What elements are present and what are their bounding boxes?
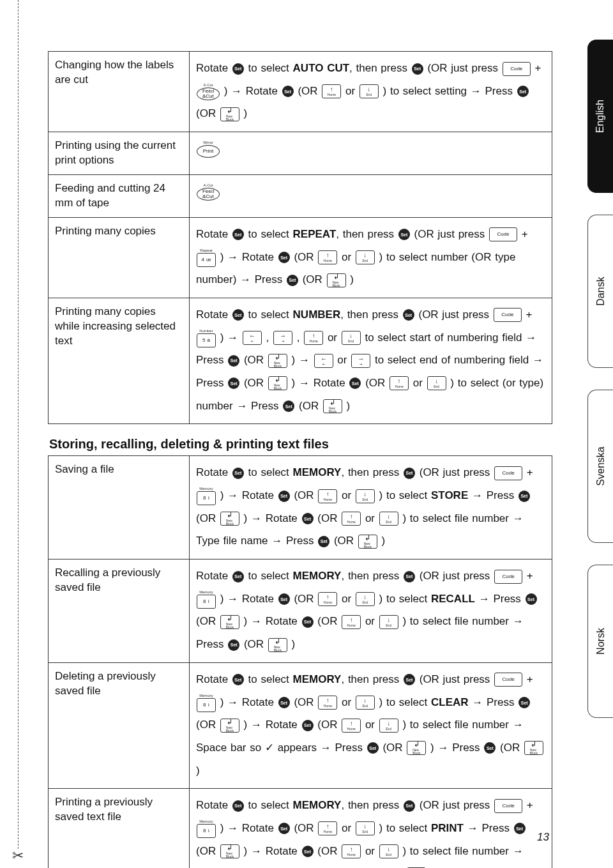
set-key-icon: Set [232, 229, 244, 240]
up-home-key-icon: ↑Home [342, 512, 361, 526]
down-end-key-icon: ↓End [379, 512, 398, 526]
code-key-icon: Code [503, 62, 531, 76]
set-key-icon: Set [302, 616, 314, 628]
set-key-icon: Set [278, 823, 290, 834]
feed-cut-key-icon: A.CutFeed&Cut [197, 83, 220, 100]
row-instructions: Rotate Set to select MEMORY, then press … [190, 560, 552, 663]
set-key-icon: Set [484, 742, 496, 754]
down-end-key-icon: ↓End [356, 250, 375, 264]
down-end-key-icon: ↓End [356, 592, 375, 606]
down-end-key-icon: ↓End [427, 376, 446, 390]
thumb-norsk[interactable]: Norsk [587, 565, 613, 718]
down-end-key-icon: ↓End [379, 844, 398, 858]
row-label: Deleting a previously saved file [49, 662, 190, 788]
print-key-icon: MirrorPrint [197, 141, 220, 158]
row-instructions: Rotate Set to select NUMBER, then press … [190, 298, 552, 423]
set-key-icon: Set [278, 593, 290, 605]
up-home-key-icon: ↑Home [322, 84, 341, 98]
enter-newblock-key-icon: NewBlock [407, 741, 426, 755]
cut-dashed-line [18, 0, 19, 849]
down-end-key-icon: ↓End [359, 84, 379, 98]
operations-table-1: Changing how the labels are cutRotate Se… [48, 51, 552, 424]
set-key-icon: Set [278, 252, 290, 263]
set-key-icon: Set [403, 309, 414, 321]
up-home-key-icon: ↑Home [342, 844, 361, 858]
down-end-key-icon: ↓End [342, 331, 361, 345]
row-instructions: Rotate Set to select MEMORY, then press … [190, 789, 552, 868]
feed-cut-key-icon: A.CutFeed&Cut [197, 183, 220, 201]
row-label: Printing many copies [49, 217, 190, 298]
section-heading-memory: Storing, recalling, deleting & printing … [49, 437, 556, 452]
code-key-icon: Code [494, 799, 522, 813]
num-key-icon: Memory8 ì [197, 819, 216, 838]
set-key-icon: Set [302, 720, 314, 731]
row-label: Saving a file [49, 456, 190, 560]
set-key-icon: Set [278, 491, 290, 502]
enter-newblock-key-icon: NewBlock [220, 844, 239, 858]
set-key-icon: Set [232, 63, 244, 75]
row-label: Printing using the current print options [49, 132, 190, 175]
code-key-icon: Code [494, 673, 522, 687]
set-key-icon: Set [404, 674, 415, 685]
set-key-icon: Set [232, 674, 244, 685]
right-key-icon: →⇥ [273, 331, 292, 345]
row-instructions: Rotate Set to select AUTO CUT, then pres… [190, 52, 552, 132]
enter-newblock-key-icon: NewBlock [220, 719, 239, 733]
up-home-key-icon: ↑Home [390, 376, 409, 390]
row-label: Printing many copies while increasing se… [49, 298, 190, 423]
num-key-icon: Memory8 ì [197, 590, 216, 609]
code-key-icon: Code [494, 308, 522, 322]
down-end-key-icon: ↓End [356, 489, 375, 503]
down-end-key-icon: ↓End [379, 719, 398, 733]
code-key-icon: Code [489, 227, 517, 241]
code-key-icon: Code [494, 466, 522, 480]
set-key-icon: Set [404, 800, 415, 812]
up-home-key-icon: ↑Home [318, 489, 337, 503]
thumb-english[interactable]: English [587, 40, 613, 193]
set-key-icon: Set [517, 86, 529, 97]
enter-newblock-key-icon: NewBlock [220, 512, 239, 526]
set-key-icon: Set [404, 571, 415, 582]
set-key-icon: Set [518, 697, 530, 708]
row-instructions: Rotate Set to select REPEAT, then press … [190, 217, 552, 298]
up-home-key-icon: ↑Home [318, 250, 337, 264]
manual-page: ✂ EnglishDanskSvenskaNorsk Changing how … [0, 0, 613, 868]
enter-newblock-key-icon: NewBlock [268, 376, 287, 390]
right-key-icon: →⇥ [351, 354, 370, 368]
row-instructions: Rotate Set to select MEMORY, then press … [190, 456, 552, 560]
set-key-icon: Set [287, 275, 298, 286]
enter-newblock-key-icon: NewBlock [327, 273, 346, 287]
down-end-key-icon: ↓End [356, 821, 375, 835]
num-key-icon: Number5 à [197, 329, 216, 347]
up-home-key-icon: ↑Home [342, 719, 361, 733]
enter-newblock-key-icon: NewBlock [220, 615, 239, 629]
set-key-icon: Set [514, 823, 526, 834]
set-key-icon: Set [404, 468, 415, 479]
up-home-key-icon: ↑Home [304, 331, 323, 345]
page-number: 13 [537, 831, 549, 844]
enter-newblock-key-icon: NewBlock [268, 638, 287, 652]
operations-table-2: Saving a fileRotate Set to select MEMORY… [48, 455, 552, 868]
down-end-key-icon: ↓End [356, 696, 375, 710]
up-home-key-icon: ↑Home [342, 615, 361, 629]
left-key-icon: ←⇤ [314, 354, 333, 368]
set-key-icon: Set [283, 400, 294, 412]
set-key-icon: Set [518, 491, 530, 502]
set-key-icon: Set [412, 63, 423, 75]
set-key-icon: Set [232, 468, 244, 479]
set-key-icon: Set [367, 742, 379, 754]
set-key-icon: Set [228, 355, 239, 367]
thumb-dansk[interactable]: Dansk [587, 215, 613, 368]
left-key-icon: ←⇤ [243, 331, 262, 345]
enter-newblock-key-icon: NewBlock [358, 535, 377, 549]
down-end-key-icon: ↓End [379, 615, 398, 629]
num-key-icon: Memory8 ì [197, 487, 216, 505]
enter-newblock-key-icon: NewBlock [524, 741, 543, 755]
row-label: Printing a previously saved text file [49, 789, 190, 868]
num-key-icon: Repeat4 œ [197, 248, 216, 267]
row-label: Feeding and cutting 24 mm of tape [49, 174, 190, 217]
set-key-icon: Set [232, 309, 244, 321]
set-key-icon: Set [228, 377, 239, 389]
set-key-icon: Set [526, 593, 537, 605]
thumb-svenska[interactable]: Svenska [587, 390, 613, 543]
